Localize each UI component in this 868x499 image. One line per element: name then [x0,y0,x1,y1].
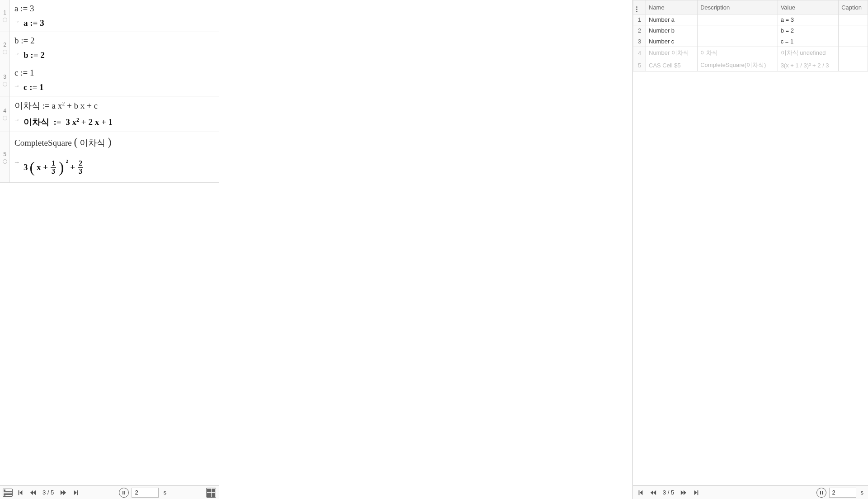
cell-name[interactable]: Number c [646,36,698,47]
pause-button[interactable] [119,488,129,498]
cell-description[interactable] [698,36,778,47]
cell-caption[interactable] [839,14,868,25]
cas-input[interactable]: a := 3 [10,0,219,16]
table-row[interactable]: 1Number aa = 3 [633,14,868,25]
cell-description[interactable] [698,14,778,25]
construction-protocol-panel: Name Description Value Caption 1Number a… [633,0,868,499]
table-row[interactable]: 2Number bb = 2 [633,25,868,36]
row-number: 2 [633,25,646,36]
time-input[interactable] [132,488,159,498]
row-number-gutter: 3 [0,64,10,96]
cell-description[interactable]: 이차식 [698,47,778,59]
row-number: 1 [3,10,6,16]
step-indicator: 3 / 5 [661,489,676,496]
row-number: 5 [3,151,6,157]
row-number: 5 [633,59,646,71]
table-row[interactable]: 3Number cc = 1 [633,36,868,47]
row-number: 3 [3,74,6,80]
visibility-toggle-icon[interactable] [3,159,7,164]
visibility-toggle-icon[interactable] [3,82,7,86]
cell-description[interactable] [698,25,778,36]
cas-row[interactable]: 4 이차식 := a x2 + b x + c 이차식 := 3 x2 + 2 … [0,96,219,132]
cell-caption[interactable] [839,25,868,36]
keyboard-icon[interactable] [3,488,13,498]
row-content: b := 2 b := 2 [10,32,219,64]
prev-step-button[interactable] [28,488,38,498]
cas-row[interactable]: 2 b := 2 b := 2 [0,32,219,64]
row-content: a := 3 a := 3 [10,0,219,32]
cell-description[interactable]: CompleteSquare(이차식) [698,59,778,71]
row-number-gutter: 1 [0,0,10,32]
cas-input[interactable]: 이차식 := a x2 + b x + c [10,96,219,114]
cell-caption[interactable] [839,47,868,59]
row-number-gutter: 2 [0,32,10,64]
next-step-button[interactable] [679,488,689,498]
col-caption[interactable]: Caption [839,0,868,14]
calculator-icon[interactable] [206,488,216,498]
row-number: 1 [633,14,646,25]
next-step-button[interactable] [58,488,68,498]
cell-value[interactable]: b = 2 [778,25,839,36]
table-container: Name Description Value Caption 1Number a… [633,0,868,485]
pause-button[interactable] [816,488,826,498]
cell-name[interactable]: CAS Cell $5 [646,59,698,71]
cell-value[interactable]: c = 1 [778,36,839,47]
objects-table: Name Description Value Caption 1Number a… [633,0,868,71]
row-number-gutter: 5 [0,132,10,182]
cell-name[interactable]: Number b [646,25,698,36]
cas-rows: 1 a := 3 a := 3 2 b := 2 b := 2 3 [0,0,219,485]
cell-caption[interactable] [839,36,868,47]
graphics-view[interactable] [219,0,633,499]
last-step-button[interactable] [691,488,701,498]
visibility-toggle-icon[interactable] [3,50,7,54]
cas-input[interactable]: b := 2 [10,32,219,48]
cas-panel: 1 a := 3 a := 3 2 b := 2 b := 2 3 [0,0,219,499]
row-number: 4 [3,108,6,114]
cas-input[interactable]: CompleteSquare ( 이차식 ) [10,132,219,154]
last-step-button[interactable] [71,488,81,498]
cas-row[interactable]: 3 c := 1 c := 1 [0,64,219,96]
cell-value[interactable]: a = 3 [778,14,839,25]
cas-output: b := 2 [10,48,219,64]
time-input[interactable] [829,488,856,498]
table-menu-header[interactable] [633,0,646,14]
row-number-gutter: 4 [0,96,10,132]
first-step-button[interactable] [636,488,646,498]
time-unit: s [161,489,168,496]
row-number: 2 [3,42,6,48]
step-indicator: 3 / 5 [41,489,56,496]
cas-input[interactable]: c := 1 [10,64,219,81]
visibility-toggle-icon[interactable] [3,116,7,120]
kebab-icon [636,6,637,12]
row-number: 3 [633,36,646,47]
col-value[interactable]: Value [778,0,839,14]
prev-step-button[interactable] [648,488,658,498]
cell-value[interactable]: 이차식 undefined [778,47,839,59]
row-content: CompleteSquare ( 이차식 ) 3 ( x + 13 )2 + 2… [10,132,219,182]
cas-output: a := 3 [10,16,219,32]
col-name[interactable]: Name [646,0,698,14]
left-bottom-bar: 3 / 5 s [0,485,219,499]
cell-value[interactable]: 3(x + 1 / 3)² + 2 / 3 [778,59,839,71]
cas-output: 이차식 := 3 x2 + 2 x + 1 [10,114,219,132]
cas-row[interactable]: 5 CompleteSquare ( 이차식 ) 3 ( x + 13 )2 +… [0,132,219,183]
cell-name[interactable]: Number a [646,14,698,25]
row-content: 이차식 := a x2 + b x + c 이차식 := 3 x2 + 2 x … [10,96,219,132]
col-description[interactable]: Description [698,0,778,14]
cas-row[interactable]: 1 a := 3 a := 3 [0,0,219,32]
right-bottom-bar: 3 / 5 s [633,485,868,499]
row-number: 4 [633,47,646,59]
visibility-toggle-icon[interactable] [3,18,7,22]
cell-caption[interactable] [839,59,868,71]
cell-name[interactable]: Number 이차식 [646,47,698,59]
cas-output: 3 ( x + 13 )2 + 23 [10,154,219,182]
table-row[interactable]: 5CAS Cell $5CompleteSquare(이차식)3(x + 1 /… [633,59,868,71]
first-step-button[interactable] [15,488,25,498]
time-unit: s [859,489,866,496]
cas-output: c := 1 [10,81,219,96]
row-content: c := 1 c := 1 [10,64,219,96]
table-row[interactable]: 4Number 이차식이차식이차식 undefined [633,47,868,59]
